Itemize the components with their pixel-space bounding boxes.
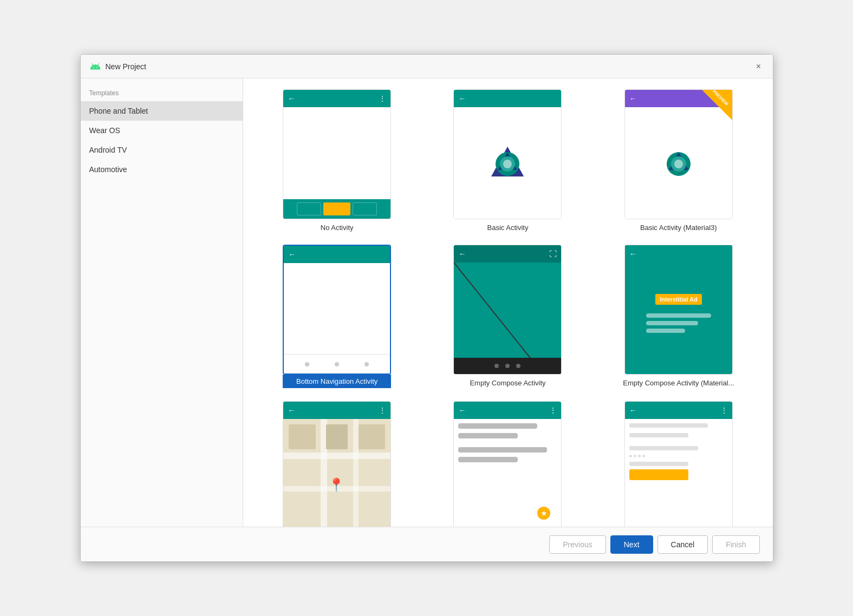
dialog-title: New Project	[106, 62, 753, 71]
template-map-activity-thumbnail: ← ⋮	[283, 401, 391, 527]
template-basic-activity[interactable]: ←	[427, 89, 589, 232]
template-fullscreen-activity-thumbnail: ← ⋮ ★	[453, 401, 562, 527]
svg-line-10	[454, 263, 561, 358]
next-button[interactable]: Next	[610, 535, 653, 554]
template-basic-activity-thumbnail: ←	[453, 89, 562, 219]
sidebar-item-automotive[interactable]: Automotive	[81, 160, 243, 179]
notif-mock: ← ⋮ ★	[454, 402, 561, 527]
interstitial-ad-badge: Interstitial Ad	[655, 294, 702, 305]
template-empty-compose-material-label: Empty Compose Activity (Material...	[623, 379, 734, 387]
content-area: ← ⋮ No Activity	[243, 78, 773, 527]
template-empty-compose-material[interactable]: ← Interstitial Ad Empty Compose Activity…	[597, 245, 759, 388]
sidebar-item-phone-tablet[interactable]: Phone and Tablet	[81, 101, 243, 121]
dialog-footer: Previous Next Cancel Finish	[81, 527, 773, 561]
close-button[interactable]: ×	[753, 61, 764, 72]
template-empty-compose-label: Empty Compose Activity	[470, 379, 545, 387]
template-bottom-navigation-thumbnail: ←	[283, 245, 391, 375]
template-empty-compose-thumbnail: ← ⛶	[453, 245, 562, 375]
preview-badge: PREVIEW	[702, 90, 732, 120]
template-no-activity-label: No Activity	[321, 224, 354, 232]
template-basic-activity-m3[interactable]: ←	[597, 89, 759, 232]
android-logo-m3	[657, 141, 700, 185]
new-project-dialog: New Project × Templates Phone and Tablet…	[80, 54, 773, 562]
diagonal-line	[454, 263, 561, 358]
sidebar-item-wear-os[interactable]: Wear OS	[81, 121, 243, 140]
template-fullscreen-activity[interactable]: ← ⋮ ★ Fullscreen Activi	[427, 401, 589, 527]
map-pin: 📍	[328, 479, 344, 492]
settings-mock: ← ⋮	[625, 402, 732, 527]
templates-grid: ← ⋮ No Activity	[256, 89, 760, 527]
svg-point-5	[503, 160, 512, 168]
no-activity-mock: ← ⋮	[283, 90, 390, 219]
android-logo-basic	[486, 141, 529, 185]
fullscreen-mock: ← ⛶	[454, 245, 561, 374]
sidebar: Templates Phone and Tablet Wear OS Andro…	[81, 78, 243, 527]
finish-button[interactable]: Finish	[712, 535, 759, 554]
previous-button[interactable]: Previous	[549, 535, 605, 554]
template-map-activity[interactable]: ← ⋮	[256, 401, 418, 527]
sidebar-item-android-tv[interactable]: Android TV	[81, 140, 243, 160]
template-basic-activity-label: Basic Activity	[487, 224, 529, 232]
templates-section-label: Templates	[81, 83, 243, 101]
template-bottom-navigation[interactable]: ← Bottom Navigation Activity	[256, 245, 418, 388]
basic-activity-mock: ←	[454, 90, 561, 219]
svg-point-9	[674, 160, 683, 168]
bottom-nav-mock: ←	[284, 246, 390, 373]
template-google-admob-thumbnail: ← ⋮	[624, 401, 733, 527]
template-google-admob[interactable]: ← ⋮	[597, 401, 759, 527]
template-empty-compose[interactable]: ← ⛶	[427, 245, 589, 388]
template-empty-compose-material-thumbnail: ← Interstitial Ad	[624, 245, 733, 375]
cancel-button[interactable]: Cancel	[657, 535, 708, 554]
map-mock: ← ⋮	[283, 402, 390, 527]
main-content: Templates Phone and Tablet Wear OS Andro…	[81, 78, 773, 527]
template-no-activity-thumbnail: ← ⋮	[283, 89, 391, 219]
title-bar: New Project ×	[81, 55, 773, 78]
template-basic-activity-m3-label: Basic Activity (Material3)	[640, 224, 717, 232]
template-bottom-navigation-label: Bottom Navigation Activity	[283, 375, 391, 388]
template-basic-activity-m3-thumbnail: ←	[624, 89, 733, 219]
template-no-activity[interactable]: ← ⋮ No Activity	[256, 89, 418, 232]
admob-mock: ← Interstitial Ad	[625, 245, 732, 374]
android-icon	[89, 61, 101, 73]
